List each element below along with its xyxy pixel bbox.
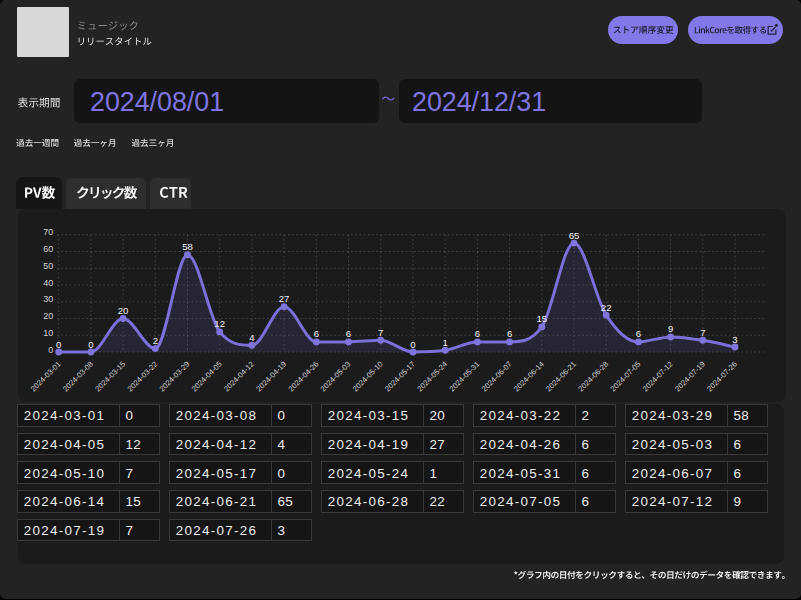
svg-text:2024-06-14: 2024-06-14 <box>24 494 106 509</box>
svg-text:1: 1 <box>430 466 438 481</box>
svg-text:12: 12 <box>126 437 142 452</box>
svg-text:0: 0 <box>126 408 134 423</box>
svg-text:9: 9 <box>734 494 742 509</box>
svg-text:6: 6 <box>507 328 512 339</box>
svg-text:4: 4 <box>278 437 286 452</box>
svg-text:2024-06-21: 2024-06-21 <box>176 494 257 509</box>
svg-text:2024-06-28: 2024-06-28 <box>576 360 610 394</box>
svg-text:2024-04-05: 2024-04-05 <box>190 360 224 394</box>
svg-text:6: 6 <box>475 328 480 339</box>
svg-text:2024-05-31: 2024-05-31 <box>480 466 562 481</box>
svg-text:20: 20 <box>118 305 129 316</box>
svg-text:27: 27 <box>279 293 290 304</box>
svg-text:7: 7 <box>700 327 705 338</box>
svg-text:0: 0 <box>278 466 286 481</box>
svg-text:40: 40 <box>43 278 53 288</box>
svg-text:2024-03-22: 2024-03-22 <box>480 408 562 423</box>
svg-text:1: 1 <box>443 337 448 348</box>
svg-text:7: 7 <box>126 523 134 538</box>
svg-text:65: 65 <box>278 494 294 509</box>
svg-text:2024-03-08: 2024-03-08 <box>61 360 95 394</box>
svg-text:2024-07-26: 2024-07-26 <box>705 360 739 394</box>
svg-text:2024-03-15: 2024-03-15 <box>328 408 410 423</box>
svg-text:6: 6 <box>582 437 590 452</box>
svg-text:2024-07-12: 2024-07-12 <box>632 494 714 509</box>
svg-text:65: 65 <box>569 230 580 241</box>
svg-text:2024-04-05: 2024-04-05 <box>24 437 106 452</box>
svg-text:2024-03-29: 2024-03-29 <box>632 408 714 423</box>
svg-text:2024-07-26: 2024-07-26 <box>176 523 257 538</box>
svg-text:2024/08/01: 2024/08/01 <box>90 87 224 117</box>
svg-text:2024-07-05: 2024-07-05 <box>480 494 562 509</box>
svg-text:6: 6 <box>734 437 742 452</box>
svg-text:0: 0 <box>278 408 286 423</box>
svg-text:0: 0 <box>48 345 53 355</box>
svg-text:2024-06-07: 2024-06-07 <box>632 466 714 481</box>
svg-text:22: 22 <box>601 302 612 313</box>
svg-text:2024-04-19: 2024-04-19 <box>328 437 410 452</box>
svg-text:2024-05-03: 2024-05-03 <box>319 360 353 394</box>
svg-text:2024-03-22: 2024-03-22 <box>125 360 159 394</box>
svg-text:2: 2 <box>153 335 158 346</box>
svg-text:15: 15 <box>126 494 142 509</box>
svg-text:2024-04-12: 2024-04-12 <box>176 437 257 452</box>
svg-text:2024-03-01: 2024-03-01 <box>29 360 63 394</box>
svg-text:58: 58 <box>182 241 193 252</box>
svg-text:2024-05-10: 2024-05-10 <box>24 466 106 481</box>
svg-text:6: 6 <box>582 494 590 509</box>
svg-text:0: 0 <box>88 339 93 350</box>
svg-text:2024-04-12: 2024-04-12 <box>222 360 256 394</box>
svg-text:20: 20 <box>430 408 446 423</box>
svg-text:9: 9 <box>668 323 673 334</box>
svg-text:2024-05-03: 2024-05-03 <box>632 437 714 452</box>
svg-text:10: 10 <box>43 328 53 338</box>
svg-text:6: 6 <box>314 328 319 339</box>
svg-text:2024-06-14: 2024-06-14 <box>512 360 546 394</box>
svg-text:2024-03-15: 2024-03-15 <box>93 360 127 394</box>
svg-text:2: 2 <box>582 408 590 423</box>
svg-text:0: 0 <box>410 339 415 350</box>
svg-text:2024-06-21: 2024-06-21 <box>544 360 578 394</box>
svg-text:2024-05-24: 2024-05-24 <box>328 466 410 481</box>
svg-text:0: 0 <box>56 339 61 350</box>
svg-text:27: 27 <box>430 437 446 452</box>
svg-text:22: 22 <box>430 494 446 509</box>
svg-text:7: 7 <box>378 327 383 338</box>
svg-text:70: 70 <box>43 227 53 237</box>
svg-text:3: 3 <box>278 523 286 538</box>
svg-text:2024-06-07: 2024-06-07 <box>480 360 514 394</box>
svg-text:30: 30 <box>43 294 53 304</box>
svg-text:2024-05-17: 2024-05-17 <box>176 466 257 481</box>
svg-text:2024-07-05: 2024-07-05 <box>609 360 643 394</box>
svg-text:2024/12/31: 2024/12/31 <box>412 87 546 117</box>
svg-text:2024-06-28: 2024-06-28 <box>328 494 410 509</box>
svg-text:6: 6 <box>582 466 590 481</box>
svg-text:2024-03-08: 2024-03-08 <box>176 408 257 423</box>
svg-text:58: 58 <box>734 408 750 423</box>
svg-text:3: 3 <box>732 334 737 345</box>
svg-text:2024-07-12: 2024-07-12 <box>641 360 675 394</box>
svg-text:15: 15 <box>536 313 547 324</box>
svg-text:2024-03-29: 2024-03-29 <box>158 360 192 394</box>
svg-text:20: 20 <box>43 311 53 321</box>
svg-text:4: 4 <box>249 332 255 343</box>
svg-text:2024-04-26: 2024-04-26 <box>480 437 562 452</box>
svg-text:50: 50 <box>43 261 53 271</box>
svg-text:60: 60 <box>43 244 53 254</box>
svg-text:2024-05-10: 2024-05-10 <box>351 360 385 394</box>
svg-text:6: 6 <box>734 466 742 481</box>
svg-text:2024-04-26: 2024-04-26 <box>286 360 320 394</box>
svg-text:6: 6 <box>346 328 351 339</box>
svg-text:2024-03-01: 2024-03-01 <box>24 408 106 423</box>
svg-text:2024-07-19: 2024-07-19 <box>673 360 707 394</box>
svg-text:7: 7 <box>126 466 134 481</box>
svg-text:2024-05-17: 2024-05-17 <box>383 360 417 394</box>
svg-text:2024-07-19: 2024-07-19 <box>24 523 106 538</box>
svg-text:2024-05-24: 2024-05-24 <box>415 360 449 394</box>
svg-text:2024-05-31: 2024-05-31 <box>448 360 482 394</box>
svg-text:2024-04-19: 2024-04-19 <box>254 360 288 394</box>
svg-text:6: 6 <box>636 328 641 339</box>
svg-text:12: 12 <box>214 318 225 329</box>
